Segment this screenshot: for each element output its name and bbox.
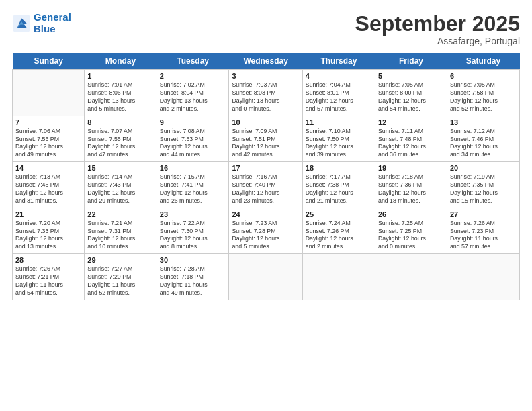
logo: General Blue [12,12,71,34]
day-info: Sunrise: 7:26 AMSunset: 7:23 PMDaylight:… [450,220,517,252]
day-info: Sunrise: 7:05 AMSunset: 8:00 PMDaylight:… [378,81,444,113]
calendar-cell: 16Sunrise: 7:15 AMSunset: 7:41 PMDayligh… [157,162,229,208]
calendar-cell: 25Sunrise: 7:24 AMSunset: 7:26 PMDayligh… [302,208,375,254]
day-info: Sunrise: 7:17 AMSunset: 7:38 PMDaylight:… [306,173,372,205]
calendar-cell: 30Sunrise: 7:28 AMSunset: 7:18 PMDayligh… [157,254,229,300]
date-number: 21 [15,210,81,218]
week-row-3: 14Sunrise: 7:13 AMSunset: 7:45 PMDayligh… [13,162,520,208]
calendar-cell: 22Sunrise: 7:21 AMSunset: 7:31 PMDayligh… [85,208,157,254]
date-number: 1 [87,72,153,80]
date-number: 4 [306,72,372,80]
week-row-2: 7Sunrise: 7:06 AMSunset: 7:56 PMDaylight… [13,116,520,162]
calendar-cell: 4Sunrise: 7:04 AMSunset: 8:01 PMDaylight… [302,70,375,116]
date-number: 22 [87,210,153,218]
title-block: September 2025 Assafarge, Portugal [355,12,520,46]
date-number: 18 [306,164,372,172]
day-info: Sunrise: 7:24 AMSunset: 7:26 PMDaylight:… [306,220,372,252]
calendar-cell: 7Sunrise: 7:06 AMSunset: 7:56 PMDaylight… [13,116,85,162]
day-info: Sunrise: 7:06 AMSunset: 7:56 PMDaylight:… [15,128,81,160]
day-info: Sunrise: 7:02 AMSunset: 8:04 PMDaylight:… [160,81,226,113]
location-subtitle: Assafarge, Portugal [355,36,520,46]
date-number: 19 [378,164,444,172]
date-number: 25 [306,210,372,218]
day-info: Sunrise: 7:16 AMSunset: 7:40 PMDaylight:… [232,173,299,205]
date-number: 16 [160,164,226,172]
day-info: Sunrise: 7:03 AMSunset: 8:03 PMDaylight:… [232,81,299,113]
date-number: 17 [232,164,299,172]
day-header-saturday: Saturday [447,53,519,70]
date-number: 11 [306,118,372,126]
logo-text: General Blue [34,12,71,34]
date-number: 26 [378,210,444,218]
day-info: Sunrise: 7:08 AMSunset: 7:53 PMDaylight:… [160,128,226,160]
date-number: 29 [87,256,153,264]
day-info: Sunrise: 7:10 AMSunset: 7:50 PMDaylight:… [306,128,372,160]
calendar-cell: 28Sunrise: 7:26 AMSunset: 7:21 PMDayligh… [13,254,85,300]
logo-icon [12,14,31,33]
date-number: 3 [232,72,299,80]
date-number: 14 [15,164,81,172]
day-header-friday: Friday [375,53,447,70]
day-info: Sunrise: 7:11 AMSunset: 7:48 PMDaylight:… [378,128,444,160]
calendar-cell: 26Sunrise: 7:25 AMSunset: 7:25 PMDayligh… [375,208,447,254]
week-row-4: 21Sunrise: 7:20 AMSunset: 7:33 PMDayligh… [13,208,520,254]
calendar-cell: 23Sunrise: 7:22 AMSunset: 7:30 PMDayligh… [157,208,229,254]
calendar-cell: 21Sunrise: 7:20 AMSunset: 7:33 PMDayligh… [13,208,85,254]
date-number: 27 [450,210,517,218]
calendar-cell: 24Sunrise: 7:23 AMSunset: 7:28 PMDayligh… [229,208,302,254]
day-info: Sunrise: 7:27 AMSunset: 7:20 PMDaylight:… [87,265,153,298]
day-info: Sunrise: 7:25 AMSunset: 7:25 PMDaylight:… [378,220,444,252]
calendar-cell: 6Sunrise: 7:05 AMSunset: 7:58 PMDaylight… [447,70,519,116]
calendar-cell: 1Sunrise: 7:01 AMSunset: 8:06 PMDaylight… [85,70,157,116]
day-info: Sunrise: 7:05 AMSunset: 7:58 PMDaylight:… [450,81,517,113]
day-info: Sunrise: 7:04 AMSunset: 8:01 PMDaylight:… [306,81,372,113]
calendar-cell: 20Sunrise: 7:19 AMSunset: 7:35 PMDayligh… [447,162,519,208]
day-info: Sunrise: 7:23 AMSunset: 7:28 PMDaylight:… [232,220,299,252]
day-info: Sunrise: 7:12 AMSunset: 7:46 PMDaylight:… [450,128,517,160]
calendar-cell: 5Sunrise: 7:05 AMSunset: 8:00 PMDaylight… [375,70,447,116]
day-header-sunday: Sunday [13,53,85,70]
day-info: Sunrise: 7:09 AMSunset: 7:51 PMDaylight:… [232,128,299,160]
day-header-wednesday: Wednesday [229,53,302,70]
week-row-1: 1Sunrise: 7:01 AMSunset: 8:06 PMDaylight… [13,70,520,116]
date-number: 15 [87,164,153,172]
day-info: Sunrise: 7:13 AMSunset: 7:45 PMDaylight:… [15,173,81,205]
date-number: 6 [450,72,517,80]
day-info: Sunrise: 7:14 AMSunset: 7:43 PMDaylight:… [87,173,153,205]
day-info: Sunrise: 7:26 AMSunset: 7:21 PMDaylight:… [15,265,81,298]
day-info: Sunrise: 7:01 AMSunset: 8:06 PMDaylight:… [87,81,153,113]
header: General Blue September 2025 Assafarge, P… [12,12,520,46]
day-info: Sunrise: 7:21 AMSunset: 7:31 PMDaylight:… [87,220,153,252]
calendar-cell: 10Sunrise: 7:09 AMSunset: 7:51 PMDayligh… [229,116,302,162]
calendar-cell: 12Sunrise: 7:11 AMSunset: 7:48 PMDayligh… [375,116,447,162]
date-number: 23 [160,210,226,218]
calendar-cell [229,254,302,300]
calendar-cell: 15Sunrise: 7:14 AMSunset: 7:43 PMDayligh… [85,162,157,208]
calendar-cell: 27Sunrise: 7:26 AMSunset: 7:23 PMDayligh… [447,208,519,254]
calendar-cell: 17Sunrise: 7:16 AMSunset: 7:40 PMDayligh… [229,162,302,208]
day-info: Sunrise: 7:22 AMSunset: 7:30 PMDaylight:… [160,220,226,252]
calendar-cell: 11Sunrise: 7:10 AMSunset: 7:50 PMDayligh… [302,116,375,162]
day-header-tuesday: Tuesday [157,53,229,70]
calendar-cell [447,254,519,300]
calendar-cell: 3Sunrise: 7:03 AMSunset: 8:03 PMDaylight… [229,70,302,116]
date-number: 9 [160,118,226,126]
week-row-5: 28Sunrise: 7:26 AMSunset: 7:21 PMDayligh… [13,254,520,300]
month-title: September 2025 [355,12,520,36]
calendar-cell [375,254,447,300]
day-header-thursday: Thursday [302,53,375,70]
calendar-cell: 18Sunrise: 7:17 AMSunset: 7:38 PMDayligh… [302,162,375,208]
date-number: 20 [450,164,517,172]
day-info: Sunrise: 7:07 AMSunset: 7:55 PMDaylight:… [87,128,153,160]
calendar-cell: 13Sunrise: 7:12 AMSunset: 7:46 PMDayligh… [447,116,519,162]
day-info: Sunrise: 7:28 AMSunset: 7:18 PMDaylight:… [160,265,226,298]
date-number: 12 [378,118,444,126]
date-number: 8 [87,118,153,126]
calendar-table: SundayMondayTuesdayWednesdayThursdayFrid… [12,53,520,300]
day-header-monday: Monday [85,53,157,70]
date-number: 5 [378,72,444,80]
date-number: 2 [160,72,226,80]
calendar-cell: 9Sunrise: 7:08 AMSunset: 7:53 PMDaylight… [157,116,229,162]
calendar-cell: 8Sunrise: 7:07 AMSunset: 7:55 PMDaylight… [85,116,157,162]
date-number: 7 [15,118,81,126]
